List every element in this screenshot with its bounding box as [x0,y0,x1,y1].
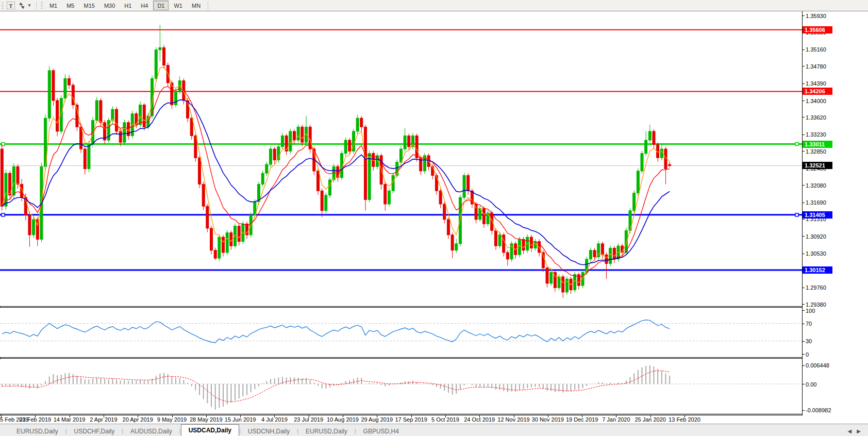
candle [261,173,264,184]
level-handle[interactable] [795,213,798,216]
candle [637,171,639,193]
candle [447,220,449,235]
tab-gbpusd-h4[interactable]: GBPUSD,H4 [356,426,406,436]
panel-separator [0,415,802,415]
axis-tick [802,15,805,16]
tab-usdchf-daily[interactable]: USDCHF,Daily [67,426,122,436]
candle [159,47,161,49]
timeframe-group: M1M5M15M30H1H4D1W1MN [45,1,205,10]
date-axis-label: 9 May 2019 [157,416,187,423]
candle [143,105,145,127]
rsi-canvas[interactable] [0,308,802,357]
price-axis-label: 100 [806,308,815,314]
timeframe-button-D1[interactable]: D1 [153,1,169,10]
candle [52,71,55,100]
chevron-down-icon: ▼ [27,3,31,8]
candle [494,230,497,246]
axis-tick [802,219,805,220]
main-chart-canvas[interactable] [0,11,802,307]
candle [463,175,465,197]
arrange-arrows-icon[interactable]: ▼ [16,1,33,10]
tab-eurusd-daily[interactable]: EURUSD,Daily [298,426,355,436]
date-axis-label: 5 Oct 2019 [431,416,459,423]
timeframe-button-H1[interactable]: H1 [120,1,136,10]
tab-usdcnh-daily[interactable]: USDCNH,Daily [241,426,297,436]
candle [388,191,390,204]
candle [562,277,564,292]
price-axis-label: 1.35930 [806,13,826,19]
date-axis-label: 4 Jul 2019 [261,416,288,423]
date-axis-label: 13 Feb 2020 [669,416,700,423]
toolbar-separator [36,2,37,10]
candle [16,166,19,184]
price-badge-1.30152: 1.30152 [803,266,832,274]
candle [411,136,414,146]
timeframe-button-MN[interactable]: MN [188,1,205,10]
candle [648,131,651,140]
candle [546,268,548,283]
panel-separator [0,414,802,414]
candle [669,164,671,165]
text-tool-icon[interactable]: T [7,2,15,9]
axis-tick [802,384,805,384]
candle [439,191,442,204]
price-axis-label: 0.006448 [806,362,829,368]
axis-tick [802,304,805,305]
price-axis-label: 1.34000 [806,98,826,104]
timeframe-button-M30[interactable]: M30 [100,1,119,10]
price-badge-1.34206: 1.34206 [803,88,832,95]
level-handle[interactable] [2,213,5,216]
panel-separator [0,307,802,308]
candle [348,140,351,151]
tab-usdcad-daily[interactable]: USDCAD,Daily [181,424,239,436]
candle [175,92,177,105]
price-axis-label: 0.00 [806,381,816,388]
tab-eurusd-daily[interactable]: EURUSD,Daily [9,426,65,436]
candle [214,250,216,258]
candle [210,228,213,250]
tab-scroll-left-icon[interactable]: ◀ [848,428,852,434]
date-axis-label: 20 Apr 2019 [123,416,153,423]
candle [503,235,505,253]
date-axis-label: 7 Jan 2020 [602,416,630,423]
date-axis-label: 12 Nov 2019 [497,416,529,423]
candle [265,164,268,173]
timeframe-button-M15[interactable]: M15 [79,1,98,10]
tab-scroll-right-icon[interactable]: ▶ [857,428,861,434]
candle [95,100,98,120]
candle [550,272,553,283]
candle [222,237,225,253]
macd-canvas[interactable] [0,359,802,414]
axis-tick [802,254,805,254]
axis-tick [802,100,805,101]
candle [609,248,612,263]
date-axis-label: 14 Mar 2019 [54,416,86,423]
timeframe-button-H4[interactable]: H4 [137,1,152,10]
candle [119,131,122,142]
axis-tick [802,135,805,135]
panel-separator [0,358,802,359]
candle [451,235,454,250]
price-axis-label: 1.29380 [806,301,826,308]
candle [328,180,331,195]
level-handle[interactable] [795,143,798,146]
price-axis-label: 1.31690 [806,199,826,206]
timeframe-button-W1[interactable]: W1 [170,1,187,10]
axis-tick [802,203,805,203]
candle [487,213,489,224]
candle [289,131,292,151]
price-axis-label: 1.34390 [806,80,826,87]
candle [297,127,299,140]
candle [415,136,418,158]
candle [491,213,493,230]
candle [281,136,283,146]
tab-audusd-daily[interactable]: AUDUSD,Daily [123,426,179,436]
candle [238,226,240,242]
timeframe-button-M1[interactable]: M1 [45,1,61,10]
price-badge-1.31405: 1.31405 [803,211,832,219]
candle [321,191,323,210]
price-axis-label: 1.34780 [806,63,826,70]
candle [84,149,86,169]
timeframe-button-M5[interactable]: M5 [62,1,78,10]
candle [360,118,363,127]
